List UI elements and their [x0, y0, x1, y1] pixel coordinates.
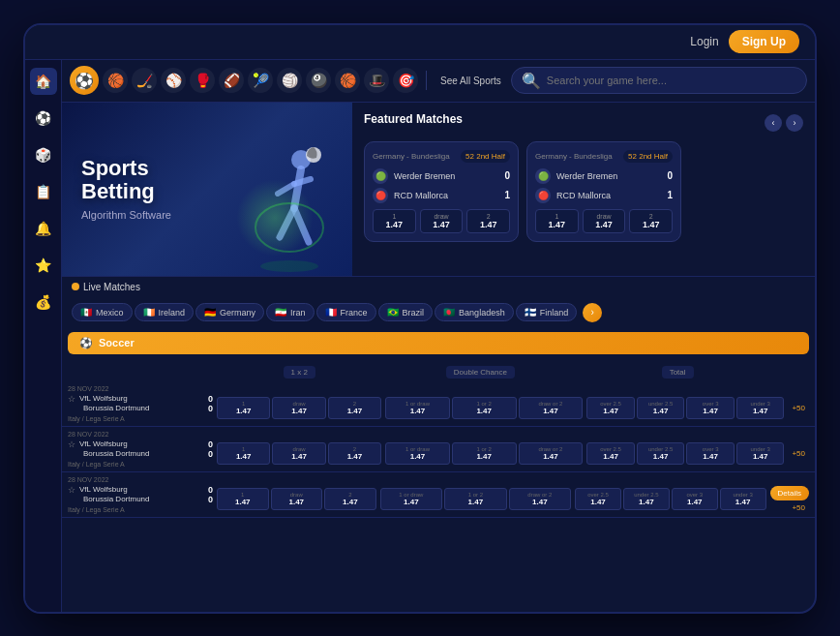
sidebar-item-list[interactable]: 📋: [30, 178, 57, 205]
team-name-1b: RCD Mallorca: [394, 191, 498, 200]
odd-row2-dc-3[interactable]: draw or 21.47: [519, 442, 584, 465]
odd-1-2[interactable]: 2 1.47: [466, 209, 510, 233]
featured-prev-button[interactable]: ‹: [765, 114, 782, 132]
odd-row1-dc-1[interactable]: 1 or draw1.47: [385, 397, 450, 419]
login-button[interactable]: Login: [690, 35, 718, 48]
odd-row2-dc-2[interactable]: 1 or 21.47: [452, 442, 517, 465]
sidebar-item-games[interactable]: 🎲: [30, 141, 57, 168]
odd-row3-dc-1[interactable]: 1 or draw1.47: [380, 488, 443, 510]
country-tab-finland[interactable]: 🇫🇮 Finland: [516, 303, 578, 321]
odd-row3-tot-1[interactable]: over 2.51.47: [575, 488, 621, 510]
team-score-2b: 1: [667, 190, 673, 200]
match-data-row-1: ☆ VfL Wolfsburg 0 Borussia Dortmund 0: [68, 394, 809, 422]
odd-row1-tot-3[interactable]: over 31.47: [686, 397, 735, 419]
odd-row2-tot-3[interactable]: over 31.47: [686, 442, 735, 465]
country-tab-next-button[interactable]: ›: [583, 303, 602, 322]
featured-league-2: Germany - Bundesliga: [535, 152, 613, 161]
odd-row2-dc-1[interactable]: 1 or draw1.47: [385, 442, 450, 465]
more-btn-1[interactable]: +50: [788, 404, 809, 412]
sidebar-item-soccer[interactable]: ⚽: [30, 105, 57, 132]
country-name-ireland: Ireland: [159, 308, 186, 318]
row3-actions: Details +50: [770, 486, 809, 512]
odd-row2-tot-1[interactable]: over 2.51.47: [586, 442, 635, 465]
more-btn-2[interactable]: +50: [788, 449, 809, 458]
odd-row2-1x2-1[interactable]: 11.47: [217, 442, 270, 465]
details-button-3[interactable]: Details: [770, 486, 809, 500]
country-tab-france[interactable]: 🇫🇷 France: [316, 303, 376, 321]
odd-row1-tot-2[interactable]: under 2.51.47: [637, 397, 685, 419]
odd-1-1[interactable]: 1 1.47: [373, 209, 416, 233]
odd-row1-1x2-1[interactable]: 11.47: [217, 397, 270, 419]
country-tab-ireland[interactable]: 🇮🇪 Ireland: [135, 303, 195, 321]
sport-icon-football[interactable]: 🏈: [219, 68, 244, 93]
sport-icon-billiards[interactable]: 🎱: [306, 68, 331, 93]
fav-star-2[interactable]: ☆: [68, 439, 75, 449]
odd-2-draw[interactable]: draw 1.47: [583, 209, 626, 233]
sport-icon-hat[interactable]: 🎩: [364, 68, 389, 93]
featured-next-button[interactable]: ›: [786, 114, 803, 132]
odds-total-group-2: over 2.51.47 under 2.51.47 over 31.47 un…: [586, 442, 784, 465]
sport-icon-baseball[interactable]: ⚾: [161, 68, 186, 93]
odd-row1-1x2-2[interactable]: 21.47: [328, 397, 381, 419]
sport-icon-boxing[interactable]: 🥊: [190, 68, 215, 93]
flag-france: 🇫🇷: [325, 307, 337, 318]
odd-row1-1x2-draw[interactable]: draw1.47: [272, 397, 325, 419]
match-data-row-2: ☆ VfL Wolfsburg 0 Borussia Dortmund 0: [68, 439, 809, 468]
odd-row3-dc-3[interactable]: draw or 21.47: [509, 488, 572, 510]
search-icon: 🔍: [522, 72, 541, 90]
odd-2-1[interactable]: 1 1.47: [535, 209, 579, 233]
odd-2-2[interactable]: 2 1.47: [629, 209, 673, 233]
odd-row3-1x2-2[interactable]: 21.47: [324, 488, 376, 510]
sidebar-item-money[interactable]: 💰: [30, 288, 57, 316]
odd-row3-dc-2[interactable]: 1 or 21.47: [444, 488, 507, 510]
odd-row1-tot-1[interactable]: over 2.51.47: [586, 397, 635, 419]
odd-row3-tot-4[interactable]: under 31.47: [720, 488, 766, 510]
search-input[interactable]: [547, 75, 796, 86]
odd-row1-dc-2[interactable]: 1 or 21.47: [452, 397, 517, 419]
sport-icon-basketball[interactable]: 🏀: [103, 68, 128, 93]
odd-row3-1x2-draw[interactable]: draw1.47: [271, 488, 323, 510]
sidebar-item-home[interactable]: 🏠: [30, 68, 57, 95]
odd-row2-1x2-draw[interactable]: draw1.47: [272, 442, 325, 465]
odd-row2-tot-2[interactable]: under 2.51.47: [637, 442, 685, 465]
country-tab-bangladesh[interactable]: 🇧🇩 Bangladesh: [435, 303, 514, 321]
sidebar-item-notification[interactable]: 🔔: [30, 215, 57, 242]
team-logo-2a: 🟢: [535, 168, 551, 184]
country-tab-iran[interactable]: 🇮🇷 Iran: [266, 303, 315, 321]
live-matches-label: Live Matches: [83, 282, 140, 292]
featured-nav: ‹ ›: [765, 114, 803, 132]
sport-icon-tennis[interactable]: 🎾: [248, 68, 273, 93]
column-headers-row: 1 x 2 Double Chance Total: [62, 358, 815, 381]
sport-icon-hockey[interactable]: 🏒: [132, 68, 157, 93]
featured-title: Featured Matches: [364, 112, 463, 126]
top-section: Sports Betting Algorithm Software: [62, 103, 815, 277]
sidebar-item-favorites[interactable]: ⭐: [30, 252, 57, 279]
sport-icon-basketball2[interactable]: 🏀: [335, 68, 360, 93]
match-team-1b: Borussia Dortmund 0: [68, 404, 213, 413]
sport-icon-darts[interactable]: 🎯: [393, 68, 418, 93]
signup-button[interactable]: Sign Up: [729, 30, 799, 53]
odd-row3-tot-3[interactable]: over 31.47: [672, 488, 718, 510]
odd-row2-tot-4[interactable]: under 31.47: [736, 442, 785, 465]
body-area: Sports Betting Algorithm Software: [62, 103, 815, 612]
country-name-germany: Germany: [220, 308, 255, 318]
country-tab-mexico[interactable]: 🇲🇽 Mexico: [72, 303, 133, 321]
team-logo-1b: 🔴: [373, 188, 388, 203]
fav-star-3[interactable]: ☆: [68, 485, 75, 495]
odd-row1-tot-4[interactable]: under 31.47: [736, 397, 785, 419]
odd-row1-dc-3[interactable]: draw or 21.47: [519, 397, 584, 419]
country-tab-brazil[interactable]: 🇧🇷 Brazil: [378, 303, 434, 321]
country-tab-germany[interactable]: 🇩🇪 Germany: [195, 303, 264, 321]
betting-area[interactable]: 1 x 2 Double Chance Total: [62, 358, 815, 612]
odd-row3-tot-2[interactable]: under 2.51.47: [623, 488, 670, 510]
odd-row3-1x2-1[interactable]: 11.47: [217, 488, 269, 510]
sport-icon-volleyball[interactable]: 🏐: [277, 68, 302, 93]
active-sport-ball[interactable]: ⚽: [70, 66, 99, 95]
match-meta-1: 28 NOV 2022: [68, 385, 809, 392]
see-all-sports-link[interactable]: See All Sports: [435, 76, 507, 86]
odd-1-draw[interactable]: draw 1.47: [420, 209, 464, 233]
more-btn-3[interactable]: +50: [788, 503, 809, 512]
fav-star-1[interactable]: ☆: [68, 394, 75, 404]
odd-row2-1x2-2[interactable]: 21.47: [328, 442, 381, 465]
game-search-bar[interactable]: 🔍: [511, 67, 807, 94]
